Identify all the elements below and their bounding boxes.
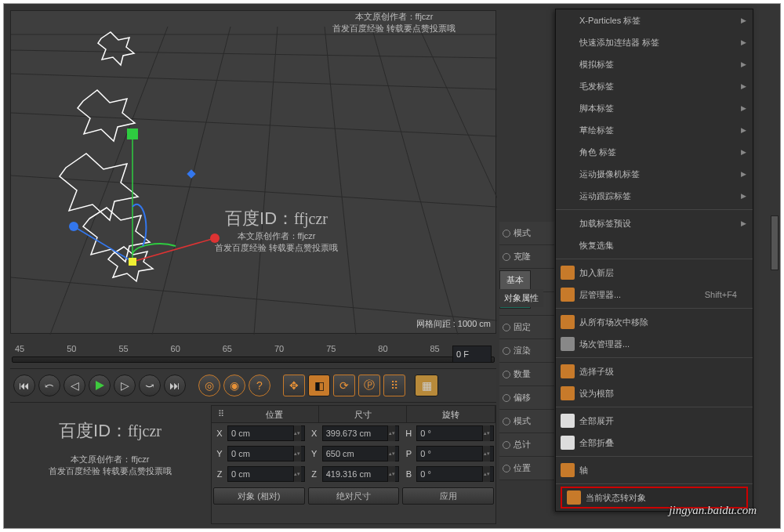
rotation-field[interactable]: 0 °▴▾	[416, 425, 494, 441]
menu-item[interactable]: 全部展开	[556, 410, 753, 432]
attribute-sidebar: 模式克隆模式克隆固定渲染数量偏移模式总计位置	[499, 222, 554, 480]
menu-item[interactable]: 轴	[556, 459, 753, 481]
menu-item[interactable]: 毛发标签▶	[556, 75, 753, 97]
attrib-row[interactable]: 位置	[499, 457, 554, 480]
attrib-row[interactable]: 偏移	[499, 386, 554, 410]
timeline-tick: 65	[223, 344, 232, 353]
menu-item[interactable]: 角色 标签▶	[556, 141, 753, 163]
menu-item-label: 加入新层	[579, 267, 614, 279]
attrib-row[interactable]: 模式	[499, 410, 554, 433]
position-field[interactable]: 0 cm▴▾	[227, 466, 305, 482]
animation-mode-button[interactable]: ▦	[415, 375, 438, 396]
menu-item[interactable]: 场次管理器...	[556, 333, 753, 355]
cube-icon	[567, 490, 581, 505]
param-tool-button[interactable]: Ⓟ	[358, 375, 380, 396]
attrib-row-label: 模式	[514, 227, 531, 239]
menu-item-label: 场次管理器...	[579, 338, 630, 350]
menu-item[interactable]: 层管理器...Shift+F4	[556, 284, 753, 306]
timeline[interactable]: 45505560657075808590	[10, 341, 496, 364]
menu-separator	[556, 209, 753, 210]
move-tool-button[interactable]: ✥	[283, 375, 305, 396]
menu-item[interactable]: 草绘标签▶	[556, 119, 753, 141]
position-field[interactable]: 0 cm▴▾	[227, 425, 305, 441]
attrib-row[interactable]: 模式	[499, 222, 554, 245]
record-button[interactable]: ◎	[198, 375, 220, 396]
menu-item-label: X-Particles 标签	[579, 15, 641, 27]
menu-item[interactable]: 运动跟踪标签▶	[556, 185, 753, 207]
attrib-row[interactable]: 固定	[499, 316, 554, 339]
radio-icon	[503, 394, 510, 402]
attrib-row[interactable]: 渲染	[499, 339, 554, 363]
axis-label: Z	[213, 469, 226, 479]
coordinates-panel: ⠿ 位置 尺寸 旋转 X0 cm▴▾X399.673 cm▴▾H0 °▴▾Y0 …	[211, 405, 496, 524]
menu-item[interactable]: 模拟标签▶	[556, 53, 753, 75]
goto-end-button[interactable]: ⏭	[164, 375, 186, 396]
axis-label: P	[402, 449, 415, 458]
size-field[interactable]: 399.673 cm▴▾	[322, 425, 400, 441]
menu-item[interactable]: X-Particles 标签▶	[556, 9, 753, 31]
menu-item[interactable]: 选择子级	[556, 360, 753, 382]
coords-object-mode-button[interactable]: 对象 (相对)	[213, 487, 305, 505]
coords-apply-button[interactable]: 应用	[402, 487, 494, 505]
current-frame-field[interactable]	[452, 346, 492, 363]
context-menu: X-Particles 标签▶快速添加连结器 标签▶模拟标签▶毛发标签▶脚本标签…	[555, 9, 753, 512]
transport-bar: ⏮ ⤺ ◁ ▷ ⤻ ⏭ ◎ ◉ ? ✥ ◧ ⟳ Ⓟ ⠿ ▦	[10, 368, 496, 403]
footer-watermark: jingyan.baidu.com	[669, 504, 757, 517]
size-field[interactable]: 419.316 cm▴▾	[322, 466, 400, 482]
menu-item-label: 从所有场次中移除	[579, 317, 648, 328]
rotation-field[interactable]: 0 °▴▾	[416, 466, 494, 482]
submenu-arrow-icon: ▶	[741, 60, 746, 68]
radio-icon	[503, 465, 510, 472]
next-key-button[interactable]: ⤻	[139, 375, 161, 396]
pointlevel-button[interactable]: ⠿	[383, 375, 405, 396]
menu-item[interactable]: 设为根部	[556, 382, 753, 404]
play-button[interactable]	[89, 375, 111, 396]
viewport-3d[interactable]: 网格间距 : 1000 cm 本文原创作者：ffjczr 首发百度经验 转载要点…	[10, 10, 496, 334]
menu-item-label: 轴	[579, 465, 588, 476]
axis-label: X	[308, 429, 321, 438]
scale-tool-button[interactable]: ◧	[308, 375, 330, 396]
menu-item-label: 运动跟踪标签	[579, 190, 631, 202]
scene-mgr-icon	[561, 337, 575, 351]
attrib-row[interactable]: 数量	[499, 363, 554, 386]
menu-item[interactable]: 快速添加连结器 标签▶	[556, 31, 753, 53]
rotation-field[interactable]: 0 °▴▾	[416, 446, 494, 461]
object-properties-label: 对象属性	[499, 289, 543, 307]
autokey-button[interactable]: ◉	[223, 375, 245, 396]
timeline-bar[interactable]	[12, 356, 495, 363]
position-field[interactable]: 0 cm▴▾	[227, 446, 305, 461]
axis-label: Y	[308, 449, 321, 458]
attrib-row[interactable]: 克隆	[499, 245, 554, 269]
tab-basic[interactable]: 基本	[499, 270, 531, 290]
menu-item[interactable]: 脚本标签▶	[556, 97, 753, 119]
menu-item[interactable]: 恢复选集	[556, 234, 753, 256]
axis-label: Z	[308, 469, 321, 479]
collapse-icon	[561, 436, 575, 450]
coords-abs-size-button[interactable]: 绝对尺寸	[308, 487, 400, 505]
next-frame-button[interactable]: ▷	[114, 375, 136, 396]
size-field[interactable]: 650 cm▴▾	[322, 446, 400, 461]
rotate-tool-button[interactable]: ⟳	[333, 375, 355, 396]
scrollbar-thumb[interactable]	[771, 215, 779, 270]
prev-key-button[interactable]: ⤺	[38, 375, 60, 396]
menu-item[interactable]: 加载标签预设▶	[556, 212, 753, 234]
attrib-row[interactable]: 总计	[499, 433, 554, 457]
menu-item[interactable]: 运动摄像机标签▶	[556, 163, 753, 185]
axis-label: Y	[213, 449, 226, 458]
menu-item-label: 模拟标签	[579, 59, 614, 71]
menu-item[interactable]: 全部折叠	[556, 432, 753, 454]
menu-item-label: 设为根部	[579, 388, 614, 400]
goto-start-button[interactable]: ⏮	[13, 375, 35, 396]
menu-item[interactable]: 加入新层	[556, 262, 753, 284]
menu-item-label: 运动摄像机标签	[579, 168, 640, 180]
radio-icon	[503, 253, 510, 261]
menu-item[interactable]: 从所有场次中移除	[556, 311, 753, 333]
app-frame: 网格间距 : 1000 cm 本文原创作者：ffjczr 首发百度经验 转载要点…	[3, 3, 781, 529]
timeline-tick: 80	[378, 344, 387, 353]
prev-frame-button[interactable]: ◁	[64, 375, 85, 396]
radio-icon	[503, 230, 510, 237]
coords-header-position: 位置	[230, 406, 319, 422]
svg-line-4	[11, 176, 497, 207]
keyframe-sel-button[interactable]: ?	[249, 375, 270, 396]
radio-icon	[503, 418, 510, 425]
